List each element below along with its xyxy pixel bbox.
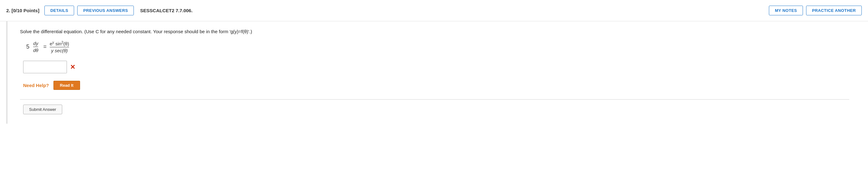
problem-instruction: Solve the differential equation. (Use C …: [20, 29, 849, 34]
problem-id: SESSCALCET2 7.7.006.: [140, 8, 766, 13]
practice-another-button[interactable]: PRACTICE ANOTHER: [806, 6, 862, 15]
points-label: [0/10 Points]: [11, 8, 39, 13]
equation-lhs-fraction: dy dθ: [33, 41, 38, 53]
wrong-icon: ✕: [70, 63, 75, 71]
my-notes-button[interactable]: MY NOTES: [769, 6, 803, 15]
equation-lhs-num: dy: [33, 41, 38, 47]
equation-coeff: 5: [26, 44, 29, 50]
need-help-row: Need Help? Read It: [23, 81, 849, 90]
need-help-label: Need Help?: [23, 83, 49, 88]
answer-row: ✕: [23, 61, 849, 73]
equation-rhs-num: ey sin2(θ): [50, 40, 69, 47]
equation-lhs-den: dθ: [33, 47, 38, 53]
q-number: 2.: [6, 8, 10, 13]
submit-row: Submit Answer: [23, 105, 849, 114]
equation-block: 5 dy dθ = ey sin2(θ) y sec(θ): [26, 40, 849, 53]
right-buttons: MY NOTES PRACTICE ANOTHER: [769, 6, 862, 15]
header-row: 2. [0/10 Points] DETAILS PREVIOUS ANSWER…: [0, 0, 868, 21]
divider: [20, 99, 849, 100]
submit-answer-button[interactable]: Submit Answer: [23, 105, 62, 114]
previous-answers-button[interactable]: PREVIOUS ANSWERS: [77, 6, 134, 15]
content-area: Solve the differential equation. (Use C …: [6, 21, 862, 124]
equation-equals: =: [43, 44, 47, 50]
equation-rhs: ey sin2(θ) y sec(θ): [50, 40, 69, 53]
answer-input[interactable]: [23, 61, 67, 73]
read-it-button[interactable]: Read It: [54, 81, 80, 90]
question-number: 2. [0/10 Points]: [6, 8, 39, 13]
equation-rhs-den: y sec(θ): [51, 47, 67, 53]
details-button[interactable]: DETAILS: [44, 6, 74, 15]
